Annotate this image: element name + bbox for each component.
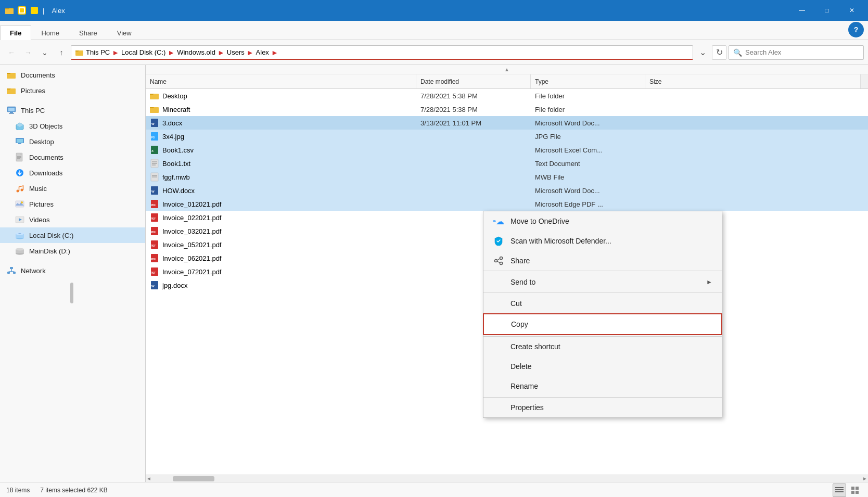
file-row-minecraft[interactable]: Minecraft 7/28/2021 5:38 PM File folder	[146, 103, 868, 116]
addressbar: ← → ⌄ ↑ This PC ► Local Disk (C:) ► Wind…	[0, 40, 868, 65]
app-icon-3	[29, 5, 40, 16]
sidebar-label-documents-qa: Documents	[21, 71, 55, 79]
pdf-icon-invoice022021: PDF	[150, 213, 159, 222]
sidebar-item-pictures-qa[interactable]: Pictures	[0, 83, 145, 98]
txt-icon-book1txt	[150, 159, 159, 168]
file-name-jpgdocx: W jpg.docx	[146, 281, 416, 290]
breadcrumb-dropdown[interactable]: ⌄	[695, 45, 710, 60]
file-row-invoice012021[interactable]: PDF Invoice_012021.pdf Microsoft Edge PD…	[146, 197, 868, 211]
file-name-book1csv: X Book1.csv	[146, 145, 416, 155]
help-button[interactable]: ?	[848, 22, 864, 37]
hscroll-thumb[interactable]	[173, 476, 214, 481]
file-row-desktop[interactable]: Desktop 7/28/2021 5:38 PM File folder	[146, 89, 868, 103]
ctx-label-defender: Scan with Microsoft Defender...	[510, 237, 712, 245]
statusbar: 18 items 7 items selected 622 KB	[0, 482, 868, 497]
ctx-item-onedrive[interactable]: ☁ Move to OneDrive	[483, 211, 722, 231]
sidebar: Documents Pictures This PC 3D Objects	[0, 65, 146, 482]
ctx-item-create-shortcut[interactable]: Create shortcut	[483, 336, 722, 356]
tab-view[interactable]: View	[107, 26, 142, 40]
sidebar-item-downloads[interactable]: Downloads	[0, 165, 145, 181]
file-type-book1csv: Microsoft Excel Com...	[531, 146, 645, 154]
ctx-item-share[interactable]: Share	[483, 251, 722, 271]
main-area: Documents Pictures This PC 3D Objects	[0, 65, 868, 482]
col-header-name[interactable]: Name	[146, 74, 416, 88]
defender-icon	[493, 235, 504, 247]
search-input[interactable]	[745, 48, 859, 56]
ctx-item-copy[interactable]: Copy	[483, 313, 722, 335]
file-row-book1csv[interactable]: X Book1.csv Microsoft Excel Com...	[146, 143, 868, 157]
breadcrumb-sep-1: ►	[112, 48, 119, 57]
file-row-fggfmwb[interactable]: fggf.mwb MWB File	[146, 170, 868, 184]
svg-rect-77	[851, 487, 854, 490]
ctx-label-delete: Delete	[510, 362, 712, 371]
file-row-book1txt[interactable]: Book1.txt Text Document	[146, 157, 868, 170]
breadcrumb-sep-3: ►	[218, 48, 225, 57]
scroll-up-arrow[interactable]: ▲	[146, 65, 868, 74]
svg-line-72	[497, 259, 500, 260]
titlebar-title: Alex	[52, 7, 786, 15]
svg-text:PDF: PDF	[151, 245, 156, 247]
horizontal-scrollbar[interactable]: ◄ ►	[146, 475, 868, 482]
pdf-icon-invoice062021: PDF	[150, 253, 159, 263]
file-name-book1txt: Book1.txt	[146, 159, 416, 168]
sidebar-item-videos[interactable]: Videos	[0, 212, 145, 227]
sidebar-item-localc[interactable]: Local Disk (C:)	[0, 227, 145, 243]
file-type-minecraft: File folder	[531, 106, 645, 113]
app-icon-2	[17, 5, 27, 16]
file-row-3docx[interactable]: W 3.docx 3/13/2021 11:01 PM Microsoft Wo…	[146, 116, 868, 130]
file-row-howdocx[interactable]: W HOW.docx Microsoft Word Doc...	[146, 184, 868, 197]
ctx-item-properties[interactable]: Properties	[483, 397, 722, 417]
tab-share[interactable]: Share	[69, 26, 107, 40]
close-button[interactable]: ✕	[840, 0, 864, 21]
ctx-item-defender[interactable]: Scan with Microsoft Defender...	[483, 231, 722, 251]
sendto-icon	[493, 276, 504, 288]
sidebar-item-3dobjects[interactable]: 3D Objects	[0, 118, 145, 134]
tab-file[interactable]: File	[0, 26, 31, 40]
ctx-item-sendto[interactable]: Send to ►	[483, 272, 722, 292]
col-header-size[interactable]: Size	[645, 74, 861, 88]
sidebar-item-desktop[interactable]: Desktop	[0, 134, 145, 149]
refresh-button[interactable]: ↻	[712, 45, 726, 60]
view-details-button[interactable]	[833, 483, 846, 497]
ctx-item-rename[interactable]: Rename	[483, 376, 722, 396]
ctx-label-onedrive: Move to OneDrive	[510, 217, 712, 225]
titlebar-separator: |	[43, 7, 44, 15]
tab-home[interactable]: Home	[31, 26, 69, 40]
sidebar-item-documents-qa[interactable]: Documents	[0, 67, 145, 83]
ctx-item-cut[interactable]: Cut	[483, 294, 722, 313]
file-row-3x4jpg[interactable]: PS 3x4.jpg JPG File	[146, 130, 868, 143]
videos-icon	[15, 214, 25, 225]
music-icon	[15, 183, 25, 194]
ctx-item-delete[interactable]: Delete	[483, 356, 722, 376]
sidebar-item-thispc[interactable]: This PC	[0, 103, 145, 118]
ctx-label-cut: Cut	[510, 299, 712, 308]
back-button[interactable]: ←	[4, 45, 19, 60]
svg-rect-75	[835, 489, 844, 490]
sidebar-item-music[interactable]: Music	[0, 181, 145, 196]
col-header-date[interactable]: Date modified	[416, 74, 531, 88]
share-icon	[493, 255, 504, 266]
view-icons-button[interactable]	[848, 483, 862, 497]
search-box: 🔍	[729, 45, 864, 60]
col-header-type[interactable]: Type	[531, 74, 645, 88]
up-button[interactable]: ↑	[54, 45, 69, 60]
recent-button[interactable]: ⌄	[37, 45, 52, 60]
docx-icon-howdocx: W	[150, 186, 159, 195]
breadcrumb-item-windowsold: Windows.old	[177, 48, 215, 56]
sidebar-label-thispc: This PC	[21, 107, 45, 114]
disk-icon	[15, 230, 25, 240]
sidebar-item-maindiskd[interactable]: MainDisk (D:)	[0, 243, 145, 259]
maximize-button[interactable]: □	[815, 0, 839, 21]
filelist-area: ▲ Name Date modified Type Size	[146, 65, 868, 482]
minimize-button[interactable]: —	[790, 0, 814, 21]
sidebar-item-network[interactable]: Network	[0, 263, 145, 278]
svg-rect-9	[8, 108, 15, 111]
sidebar-item-pictures[interactable]: Pictures	[0, 196, 145, 212]
sidebar-item-documents[interactable]: Documents	[0, 149, 145, 165]
breadcrumb[interactable]: This PC ► Local Disk (C:) ► Windows.old …	[71, 45, 693, 60]
sidebar-label-network: Network	[21, 267, 46, 275]
ctx-label-create-shortcut: Create shortcut	[510, 342, 712, 351]
forward-button[interactable]: →	[21, 45, 35, 60]
svg-text:W: W	[151, 190, 155, 193]
svg-rect-14	[18, 143, 21, 144]
